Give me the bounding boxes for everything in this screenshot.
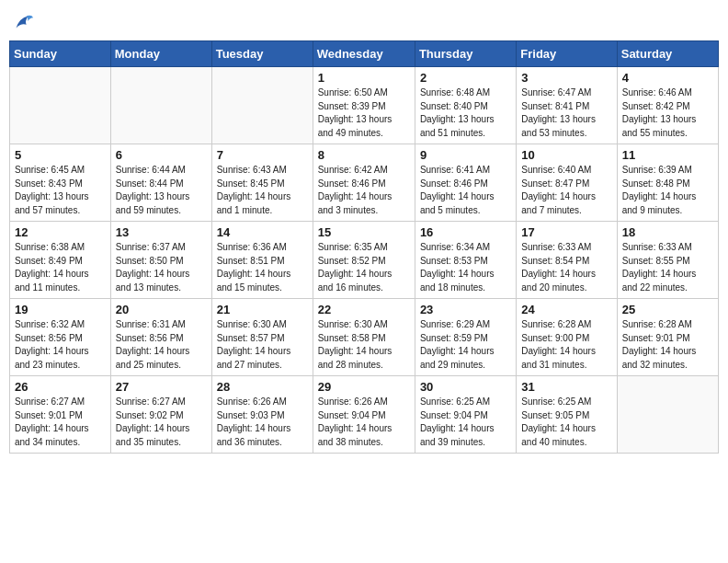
calendar-cell: 9Sunrise: 6:41 AM Sunset: 8:46 PM Daylig… [415,144,516,222]
calendar-cell: 2Sunrise: 6:48 AM Sunset: 8:40 PM Daylig… [415,67,516,144]
calendar-cell: 10Sunrise: 6:40 AM Sunset: 8:47 PM Dayli… [517,144,617,222]
day-number: 26 [15,380,106,394]
day-number: 6 [116,148,207,162]
day-info: Sunrise: 6:25 AM Sunset: 9:05 PM Dayligh… [521,396,611,449]
day-number: 12 [15,225,106,239]
calendar-table: SundayMondayTuesdayWednesdayThursdayFrid… [9,40,719,454]
day-number: 8 [318,148,410,162]
calendar-cell [211,67,313,144]
day-info: Sunrise: 6:30 AM Sunset: 8:58 PM Dayligh… [318,318,410,372]
day-number: 19 [15,303,106,316]
calendar-header-monday: Monday [110,41,211,67]
logo-icon [9,9,35,35]
day-info: Sunrise: 6:27 AM Sunset: 9:01 PM Dayligh… [15,396,106,449]
day-number: 18 [622,225,713,239]
calendar-cell: 16Sunrise: 6:34 AM Sunset: 8:53 PM Dayli… [415,222,516,299]
calendar-week-row: 19Sunrise: 6:32 AM Sunset: 8:56 PM Dayli… [10,299,719,376]
calendar-cell: 22Sunrise: 6:30 AM Sunset: 8:58 PM Dayli… [313,299,415,376]
calendar-week-row: 5Sunrise: 6:45 AM Sunset: 8:43 PM Daylig… [10,144,719,222]
day-number: 5 [15,148,106,162]
day-number: 1 [318,71,410,85]
day-number: 7 [217,148,308,162]
calendar-cell: 14Sunrise: 6:36 AM Sunset: 8:51 PM Dayli… [211,222,313,299]
day-info: Sunrise: 6:44 AM Sunset: 8:44 PM Dayligh… [116,164,207,217]
page-header [9,9,719,35]
day-number: 30 [420,380,511,394]
day-info: Sunrise: 6:38 AM Sunset: 8:49 PM Dayligh… [15,241,106,294]
calendar-cell: 26Sunrise: 6:27 AM Sunset: 9:01 PM Dayli… [10,376,111,454]
calendar-cell: 21Sunrise: 6:30 AM Sunset: 8:57 PM Dayli… [211,299,313,376]
calendar-cell: 6Sunrise: 6:44 AM Sunset: 8:44 PM Daylig… [110,144,211,222]
day-info: Sunrise: 6:33 AM Sunset: 8:54 PM Dayligh… [521,241,611,294]
day-info: Sunrise: 6:31 AM Sunset: 8:56 PM Dayligh… [116,318,207,372]
day-info: Sunrise: 6:29 AM Sunset: 8:59 PM Dayligh… [420,318,511,372]
calendar-week-row: 12Sunrise: 6:38 AM Sunset: 8:49 PM Dayli… [10,222,719,299]
day-info: Sunrise: 6:28 AM Sunset: 9:01 PM Dayligh… [622,318,713,372]
calendar-cell [10,67,111,144]
day-number: 17 [521,225,611,239]
calendar-cell: 24Sunrise: 6:28 AM Sunset: 9:00 PM Dayli… [517,299,617,376]
day-info: Sunrise: 6:33 AM Sunset: 8:55 PM Dayligh… [622,241,713,294]
day-number: 2 [420,71,511,85]
day-number: 22 [318,303,410,316]
day-number: 9 [420,148,511,162]
calendar-cell: 18Sunrise: 6:33 AM Sunset: 8:55 PM Dayli… [617,222,718,299]
calendar-cell: 29Sunrise: 6:26 AM Sunset: 9:04 PM Dayli… [313,376,415,454]
calendar-cell: 11Sunrise: 6:39 AM Sunset: 8:48 PM Dayli… [617,144,718,222]
day-number: 25 [622,303,713,316]
logo [9,9,39,35]
day-info: Sunrise: 6:30 AM Sunset: 8:57 PM Dayligh… [217,318,308,372]
day-info: Sunrise: 6:35 AM Sunset: 8:52 PM Dayligh… [318,241,410,294]
calendar-cell: 17Sunrise: 6:33 AM Sunset: 8:54 PM Dayli… [517,222,617,299]
calendar-header-friday: Friday [517,41,617,67]
calendar-header-wednesday: Wednesday [313,41,415,67]
calendar-cell: 15Sunrise: 6:35 AM Sunset: 8:52 PM Dayli… [313,222,415,299]
day-info: Sunrise: 6:27 AM Sunset: 9:02 PM Dayligh… [116,396,207,449]
calendar-header-tuesday: Tuesday [211,41,313,67]
calendar-cell: 31Sunrise: 6:25 AM Sunset: 9:05 PM Dayli… [517,376,617,454]
day-number: 13 [116,225,207,239]
day-info: Sunrise: 6:26 AM Sunset: 9:03 PM Dayligh… [217,396,308,449]
day-info: Sunrise: 6:40 AM Sunset: 8:47 PM Dayligh… [521,164,611,217]
day-number: 15 [318,225,410,239]
day-info: Sunrise: 6:32 AM Sunset: 8:56 PM Dayligh… [15,318,106,372]
day-info: Sunrise: 6:45 AM Sunset: 8:43 PM Dayligh… [15,164,106,217]
day-info: Sunrise: 6:43 AM Sunset: 8:45 PM Dayligh… [217,164,308,217]
calendar-cell [617,376,718,454]
day-number: 11 [622,148,713,162]
day-info: Sunrise: 6:39 AM Sunset: 8:48 PM Dayligh… [622,164,713,217]
day-info: Sunrise: 6:26 AM Sunset: 9:04 PM Dayligh… [318,396,410,449]
day-number: 14 [217,225,308,239]
calendar-cell: 8Sunrise: 6:42 AM Sunset: 8:46 PM Daylig… [313,144,415,222]
calendar-cell: 27Sunrise: 6:27 AM Sunset: 9:02 PM Dayli… [110,376,211,454]
day-number: 20 [116,303,207,316]
calendar-cell: 12Sunrise: 6:38 AM Sunset: 8:49 PM Dayli… [10,222,111,299]
day-number: 23 [420,303,511,316]
day-number: 29 [318,380,410,394]
day-info: Sunrise: 6:42 AM Sunset: 8:46 PM Dayligh… [318,164,410,217]
day-info: Sunrise: 6:34 AM Sunset: 8:53 PM Dayligh… [420,241,511,294]
day-number: 3 [521,71,611,85]
calendar-cell [110,67,211,144]
day-info: Sunrise: 6:37 AM Sunset: 8:50 PM Dayligh… [116,241,207,294]
calendar-cell: 3Sunrise: 6:47 AM Sunset: 8:41 PM Daylig… [517,67,617,144]
day-number: 16 [420,225,511,239]
calendar-week-row: 1Sunrise: 6:50 AM Sunset: 8:39 PM Daylig… [10,67,719,144]
day-number: 4 [622,71,713,85]
calendar-header-sunday: Sunday [10,41,111,67]
calendar-cell: 7Sunrise: 6:43 AM Sunset: 8:45 PM Daylig… [211,144,313,222]
day-info: Sunrise: 6:48 AM Sunset: 8:40 PM Dayligh… [420,86,511,140]
day-number: 28 [217,380,308,394]
calendar-cell: 4Sunrise: 6:46 AM Sunset: 8:42 PM Daylig… [617,67,718,144]
day-info: Sunrise: 6:41 AM Sunset: 8:46 PM Dayligh… [420,164,511,217]
calendar-header-saturday: Saturday [617,41,718,67]
calendar-header-row: SundayMondayTuesdayWednesdayThursdayFrid… [10,41,719,67]
calendar-cell: 13Sunrise: 6:37 AM Sunset: 8:50 PM Dayli… [110,222,211,299]
calendar-cell: 5Sunrise: 6:45 AM Sunset: 8:43 PM Daylig… [10,144,111,222]
calendar-cell: 28Sunrise: 6:26 AM Sunset: 9:03 PM Dayli… [211,376,313,454]
calendar-week-row: 26Sunrise: 6:27 AM Sunset: 9:01 PM Dayli… [10,376,719,454]
calendar-header-thursday: Thursday [415,41,516,67]
day-number: 27 [116,380,207,394]
calendar-cell: 20Sunrise: 6:31 AM Sunset: 8:56 PM Dayli… [110,299,211,376]
calendar-cell: 1Sunrise: 6:50 AM Sunset: 8:39 PM Daylig… [313,67,415,144]
